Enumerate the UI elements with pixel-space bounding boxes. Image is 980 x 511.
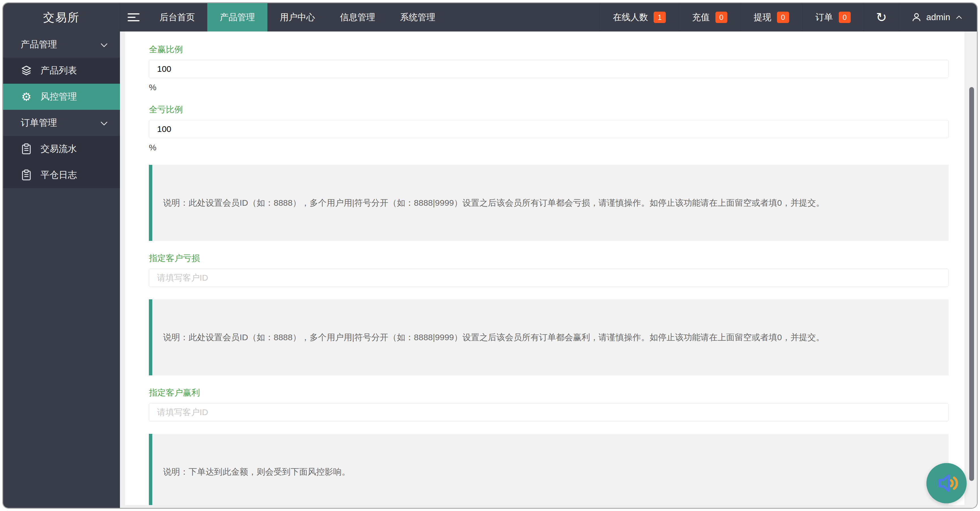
sidebar-item-label: 交易流水 xyxy=(41,143,77,155)
stat-label: 订单 xyxy=(816,11,833,23)
sidebar-item-product-list[interactable]: 产品列表 xyxy=(3,57,120,84)
field-label: 指定客户赢利 xyxy=(149,388,964,398)
stat-withdrawals[interactable]: 提现 0 xyxy=(740,3,802,32)
app-window: 交易所 后台首页 产品管理 用户中心 信息管理 系统管理 在线人数 1 充值 0… xyxy=(2,2,978,509)
clipboard-icon xyxy=(20,143,33,155)
unit-hint: % xyxy=(149,83,964,92)
navbar-right: 在线人数 1 充值 0 提现 0 订单 0 ↻ xyxy=(600,3,977,32)
user-icon xyxy=(911,12,922,23)
field-group-designated-client-win: 指定客户赢利 xyxy=(149,388,964,422)
note-designated-loss: 说明：此处设置会员ID（如：8888），多个用户用|符号分开（如：8888|99… xyxy=(149,165,948,241)
nav-item-label: 信息管理 xyxy=(340,11,375,23)
sidebar-item-label: 产品列表 xyxy=(41,64,77,77)
stat-online-users[interactable]: 在线人数 1 xyxy=(600,3,679,32)
main-content: 全赢比例 % 全亏比例 % 说明：此处设置会员ID（如：8888），多个用户用|… xyxy=(120,32,977,508)
refresh-button[interactable]: ↻ xyxy=(864,3,899,32)
designated-client-loss-input[interactable] xyxy=(149,269,948,287)
hamburger-icon xyxy=(127,11,140,24)
nav-item-label: 产品管理 xyxy=(220,11,255,23)
sidebar-group-order-management[interactable]: 订单管理 xyxy=(3,110,120,136)
sidebar-group-label: 订单管理 xyxy=(21,117,57,129)
chevron-up-icon xyxy=(955,13,963,22)
unit-hint: % xyxy=(149,143,964,152)
note-line: 说明：此处设置会员ID（如：8888），多个用户用|符号分开（如：8888|99… xyxy=(163,331,938,344)
stat-deposits[interactable]: 充值 0 xyxy=(679,3,740,32)
sidebar: 产品管理 产品列表 ⚙ 风控管理 订单管理 xyxy=(3,32,120,508)
nav-item-dashboard[interactable]: 后台首页 xyxy=(147,3,207,32)
refresh-icon: ↻ xyxy=(876,11,887,24)
gear-icon: ⚙ xyxy=(20,91,33,102)
note-line: 说明：下单达到此金额，则会受到下面风控影响。 xyxy=(163,465,938,478)
field-label: 全赢比例 xyxy=(149,45,964,54)
field-label: 指定客户亏损 xyxy=(149,253,964,263)
note-line: 说明：此处设置会员ID（如：8888），多个用户用|符号分开（如：8888|99… xyxy=(163,196,938,209)
sidebar-group-label: 产品管理 xyxy=(21,38,57,51)
online-count-badge: 1 xyxy=(654,12,665,23)
sidebar-item-label: 平仓日志 xyxy=(41,169,77,181)
nav-item-label: 用户中心 xyxy=(280,11,315,23)
stat-orders[interactable]: 订单 0 xyxy=(802,3,864,32)
field-group-designated-client-loss: 指定客户亏损 xyxy=(149,253,964,287)
main-menu: 后台首页 产品管理 用户中心 信息管理 系统管理 xyxy=(147,3,448,32)
withdrawal-count-badge: 0 xyxy=(777,12,789,23)
sound-toggle-button[interactable] xyxy=(926,463,967,503)
user-menu[interactable]: admin xyxy=(899,3,977,32)
field-group-all-win-ratio: 全赢比例 % xyxy=(149,45,964,92)
top-navbar: 交易所 后台首页 产品管理 用户中心 信息管理 系统管理 在线人数 1 充值 0… xyxy=(3,3,977,32)
nav-item-label: 后台首页 xyxy=(160,11,195,23)
layers-icon xyxy=(20,65,33,77)
sidebar-item-label: 风控管理 xyxy=(41,91,77,103)
all-win-ratio-input[interactable] xyxy=(149,60,948,78)
nav-item-system-management[interactable]: 系统管理 xyxy=(388,3,448,32)
risk-settings-form-card: 全赢比例 % 全亏比例 % 说明：此处设置会员ID（如：8888），多个用户用|… xyxy=(125,32,964,505)
scrollbar-thumb[interactable] xyxy=(969,87,974,481)
field-group-all-lose-ratio: 全亏比例 % xyxy=(149,105,964,152)
all-lose-ratio-input[interactable] xyxy=(149,120,948,138)
nav-item-info-management[interactable]: 信息管理 xyxy=(328,3,388,32)
sidebar-item-trade-flow[interactable]: 交易流水 xyxy=(3,136,120,162)
nav-item-user-center[interactable]: 用户中心 xyxy=(267,3,328,32)
app-logo: 交易所 xyxy=(3,3,120,32)
stat-label: 提现 xyxy=(754,11,771,23)
field-label: 全亏比例 xyxy=(149,105,964,114)
note-min-risk-threshold: 说明：下单达到此金额，则会受到下面风控影响。 xyxy=(149,434,948,505)
sidebar-item-risk-management[interactable]: ⚙ 风控管理 xyxy=(3,84,120,110)
username: admin xyxy=(926,12,950,22)
chevron-down-icon xyxy=(99,40,109,50)
nav-item-product-management[interactable]: 产品管理 xyxy=(207,3,267,32)
deposit-count-badge: 0 xyxy=(716,12,727,23)
designated-client-win-input[interactable] xyxy=(149,403,948,422)
speaker-icon xyxy=(934,470,959,496)
sidebar-item-close-position-log[interactable]: 平仓日志 xyxy=(3,162,120,188)
order-count-badge: 0 xyxy=(839,12,851,23)
nav-item-label: 系统管理 xyxy=(400,11,435,23)
stat-label: 在线人数 xyxy=(613,11,648,23)
note-designated-win: 说明：此处设置会员ID（如：8888），多个用户用|符号分开（如：8888|99… xyxy=(149,299,948,375)
vertical-scrollbar[interactable] xyxy=(966,32,977,508)
clipboard-icon xyxy=(20,169,33,181)
risk-settings-form: 全赢比例 % 全亏比例 % 说明：此处设置会员ID（如：8888），多个用户用|… xyxy=(125,32,964,505)
chevron-down-icon xyxy=(99,118,109,129)
stat-label: 充值 xyxy=(692,11,710,23)
sidebar-group-product-management[interactable]: 产品管理 xyxy=(3,32,120,57)
sidebar-toggle-button[interactable] xyxy=(120,3,147,32)
